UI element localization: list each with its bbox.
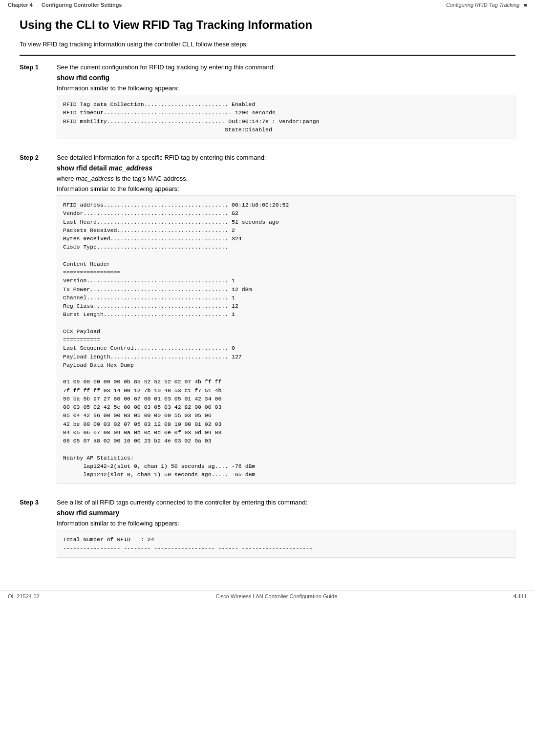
step-2-code: RFID address............................… <box>57 195 515 484</box>
content-area: Using the CLI to View RFID Tag Tracking … <box>0 10 535 580</box>
footer-left: OL-21524-02 <box>8 593 40 599</box>
step-1-command: show rfid config <box>57 74 515 82</box>
step-3-label: Step 3 <box>20 499 49 563</box>
step-3-content: See a list of all RFID tags currently co… <box>57 499 515 563</box>
step-1-info: Information similar to the following app… <box>57 84 515 92</box>
step-2-where: where mac_address is the tag's MAC addre… <box>57 175 515 182</box>
step-1-container: Step 1 See the current configuration for… <box>20 63 515 144</box>
page-footer: OL-21524-02 Cisco Wireless LAN Controlle… <box>0 590 535 602</box>
step-1-label: Step 1 <box>20 63 49 144</box>
footer-page-number: 4-111 <box>514 593 527 599</box>
section-divider <box>20 55 515 56</box>
step-3-container: Step 3 See a list of all RFID tags curre… <box>20 499 515 563</box>
step-2-command: show rfid detail mac_address <box>57 164 515 172</box>
step-1-code: RFID Tag data Collection................… <box>57 95 515 139</box>
step-2-container: Step 2 See detailed information for a sp… <box>20 154 515 489</box>
step-3-code: Total Number of RFID : 24 --------------… <box>57 530 515 558</box>
page-title: Using the CLI to View RFID Tag Tracking … <box>20 18 515 32</box>
intro-text: To view RFID tag tracking information us… <box>20 41 515 48</box>
step-1-desc: See the current configuration for RFID t… <box>57 63 515 71</box>
section-title: Configuring RFID Tag Tracking <box>446 2 519 8</box>
step-2-label: Step 2 <box>20 154 49 489</box>
step-2-desc: See detailed information for a specific … <box>57 154 515 161</box>
chapter-title: Configuring Controller Settings <box>42 2 122 8</box>
step-3-desc: See a list of all RFID tags currently co… <box>57 499 515 506</box>
page-header: Chapter 4 Configuring Controller Setting… <box>0 0 535 10</box>
step-3-command: show rfid summary <box>57 509 515 517</box>
step-2-content: See detailed information for a specific … <box>57 154 515 489</box>
step-3-info: Information similar to the following app… <box>57 520 515 527</box>
chapter-label: Chapter 4 <box>8 2 33 8</box>
footer-center: Cisco Wireless LAN Controller Configurat… <box>215 593 337 599</box>
step-1-content: See the current configuration for RFID t… <box>57 63 515 144</box>
step-2-info: Information similar to the following app… <box>57 185 515 192</box>
